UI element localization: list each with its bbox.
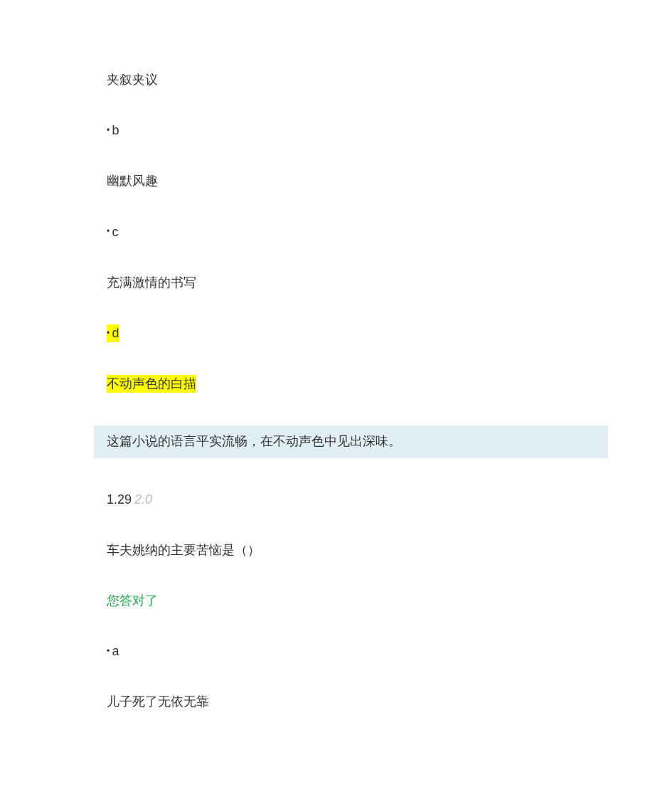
explanation-box: 这篇小说的语言平实流畅，在不动声色中见出深味。 <box>94 425 608 457</box>
option-b-letter: b <box>112 123 119 137</box>
question-score: 2.0 <box>134 492 152 507</box>
option-text: 夹叙夹议 <box>107 71 587 89</box>
result-correct: 您答对了 <box>107 592 587 610</box>
question-stem-text: 车夫姚纳的主要苦恼是（） <box>107 543 260 557</box>
question-number-row: 1.292.0 <box>107 491 587 509</box>
option-c-text: 充满激情的书写 <box>107 275 196 290</box>
option-text: 幽默风趣 <box>107 172 587 190</box>
option-letter-row: a <box>107 642 587 660</box>
question-number: 1.29 <box>107 492 132 507</box>
question-stem: 车夫姚纳的主要苦恼是（） <box>107 541 587 559</box>
option-letter-row: b <box>107 122 587 139</box>
option-a-letter: a <box>112 644 119 658</box>
option-text: 充满激情的书写 <box>107 274 587 292</box>
option-a-text: 儿子死了无依无靠 <box>107 694 209 709</box>
option-c-letter: c <box>112 225 119 239</box>
option-letter-row: c <box>107 223 587 241</box>
option-a-text: 夹叙夹议 <box>107 73 158 87</box>
document-page: 夹叙夹议 b 幽默风趣 c 充满激情的书写 d 不动声色的白描 这篇小说的语言平… <box>0 0 672 799</box>
option-b-text: 幽默风趣 <box>107 174 158 188</box>
explanation-text: 这篇小说的语言平实流畅，在不动声色中见出深味。 <box>107 434 401 448</box>
result-text: 您答对了 <box>107 593 158 608</box>
option-text: 不动声色的白描 <box>107 375 587 393</box>
option-text: 儿子死了无依无靠 <box>107 693 587 711</box>
option-d-text-highlighted: 不动声色的白描 <box>107 375 196 393</box>
option-d-letter-highlighted: d <box>107 324 119 342</box>
option-letter-row: d <box>107 324 587 342</box>
